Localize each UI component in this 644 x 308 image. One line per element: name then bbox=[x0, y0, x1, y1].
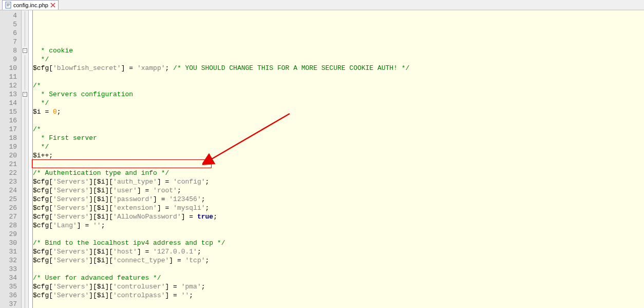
code-line[interactable]: $cfg['Lang'] = ''; bbox=[33, 221, 644, 230]
line-number: 20 bbox=[0, 151, 17, 160]
fold-cell bbox=[22, 116, 28, 125]
code-line[interactable]: $cfg['Servers'][$i]['controlpass'] = ''; bbox=[33, 291, 644, 300]
fold-cell[interactable]: − bbox=[22, 90, 28, 99]
fold-cell bbox=[22, 273, 28, 282]
fold-cell bbox=[22, 177, 28, 186]
fold-column: −− bbox=[22, 10, 29, 308]
line-number: 12 bbox=[0, 81, 17, 90]
fold-cell bbox=[22, 81, 28, 90]
line-number: 4 bbox=[0, 11, 17, 20]
code-line[interactable] bbox=[33, 230, 644, 239]
tab-bar: config.inc.php bbox=[0, 0, 644, 10]
code-line[interactable]: $i = 0; bbox=[33, 107, 644, 116]
code-line[interactable]: /* User for advanced features */ bbox=[33, 274, 644, 282]
line-number: 26 bbox=[0, 204, 17, 212]
close-icon[interactable] bbox=[50, 2, 56, 8]
line-number: 19 bbox=[0, 142, 17, 151]
fold-cell bbox=[22, 29, 28, 38]
code-line[interactable]: $cfg['Servers'][$i]['auth_type'] = 'conf… bbox=[33, 177, 644, 186]
line-number: 18 bbox=[0, 134, 17, 142]
code-line[interactable]: $cfg['Servers'][$i]['user'] = 'root'; bbox=[33, 186, 644, 195]
svg-rect-3 bbox=[7, 6, 9, 6]
code-line[interactable]: $cfg['Servers'][$i]['host'] = '127.0.0.1… bbox=[33, 247, 644, 256]
line-number: 15 bbox=[0, 107, 17, 116]
fold-cell bbox=[22, 256, 28, 264]
code-line[interactable]: /* bbox=[33, 81, 644, 90]
fold-cell bbox=[22, 291, 28, 299]
line-number: 28 bbox=[0, 221, 17, 230]
highlight-box bbox=[32, 159, 212, 168]
line-number: 17 bbox=[0, 125, 17, 134]
line-number: 22 bbox=[0, 169, 17, 177]
svg-rect-2 bbox=[7, 5, 10, 5]
code-line[interactable] bbox=[33, 265, 644, 274]
line-number: 14 bbox=[0, 99, 17, 107]
line-number: 23 bbox=[0, 177, 17, 186]
fold-cell bbox=[22, 20, 28, 29]
fold-cell bbox=[22, 159, 28, 168]
fold-cell bbox=[22, 221, 28, 229]
fold-cell bbox=[22, 264, 28, 273]
code-line[interactable]: /* bbox=[33, 125, 644, 134]
code-line[interactable]: */ bbox=[33, 142, 644, 151]
fold-cell bbox=[22, 247, 28, 256]
line-number: 6 bbox=[0, 29, 17, 38]
fold-cell[interactable]: − bbox=[22, 46, 28, 55]
line-number: 25 bbox=[0, 195, 17, 204]
fold-cell bbox=[22, 55, 28, 64]
fold-cell bbox=[22, 38, 28, 46]
code-line[interactable]: /* Bind to the localhost ipv4 address an… bbox=[33, 239, 644, 247]
fold-cell bbox=[22, 64, 28, 73]
code-line[interactable]: $cfg['Servers'][$i]['controluser'] = 'pm… bbox=[33, 282, 644, 291]
code-line[interactable]: /* Authentication type and info */ bbox=[33, 169, 644, 177]
fold-cell bbox=[22, 238, 28, 247]
code-line[interactable]: $cfg['blowfish_secret'] = 'xampp'; /* YO… bbox=[33, 64, 644, 73]
code-line[interactable]: * cookie bbox=[33, 46, 644, 55]
line-number-gutter: 4567891011121314151617181920212223242526… bbox=[0, 10, 22, 308]
fold-cell bbox=[22, 186, 28, 194]
fold-cell bbox=[22, 125, 28, 134]
fold-toggle-icon[interactable]: − bbox=[23, 48, 27, 53]
fold-cell bbox=[22, 107, 28, 116]
line-number: 10 bbox=[0, 64, 17, 73]
code-line[interactable]: */ bbox=[33, 55, 644, 64]
tab-label: config.inc.php bbox=[13, 2, 48, 8]
line-number: 33 bbox=[0, 265, 17, 274]
line-number: 32 bbox=[0, 256, 17, 265]
fold-cell bbox=[22, 142, 28, 151]
file-icon bbox=[5, 2, 12, 9]
line-number: 30 bbox=[0, 239, 17, 247]
fold-cell bbox=[22, 229, 28, 238]
line-number: 9 bbox=[0, 55, 17, 64]
svg-rect-1 bbox=[7, 4, 10, 4]
fold-toggle-icon[interactable]: − bbox=[23, 92, 27, 97]
line-number: 36 bbox=[0, 291, 17, 300]
code-line[interactable]: */ bbox=[33, 99, 644, 107]
code-line[interactable]: $i++; bbox=[33, 151, 644, 160]
code-line[interactable] bbox=[33, 300, 644, 308]
code-line[interactable]: * Servers configuration bbox=[33, 90, 644, 99]
code-line[interactable]: $cfg['Servers'][$i]['connect_type'] = 't… bbox=[33, 256, 644, 265]
fold-cell bbox=[22, 151, 28, 160]
line-number: 8 bbox=[0, 46, 17, 55]
line-number: 13 bbox=[0, 90, 17, 99]
line-number: 24 bbox=[0, 186, 17, 195]
code-line[interactable]: $cfg['Servers'][$i]['AllowNoPassword'] =… bbox=[33, 212, 644, 221]
line-number: 11 bbox=[0, 73, 17, 81]
fold-cell bbox=[22, 134, 28, 142]
line-number: 7 bbox=[0, 38, 17, 46]
code-line[interactable] bbox=[33, 73, 644, 81]
code-line[interactable] bbox=[33, 116, 644, 125]
fold-cell bbox=[22, 194, 28, 203]
line-number: 35 bbox=[0, 282, 17, 291]
code-line[interactable]: $cfg['Servers'][$i]['extension'] = 'mysq… bbox=[33, 204, 644, 212]
code-line[interactable]: * First server bbox=[33, 134, 644, 142]
code-area[interactable]: * cookie */$cfg['blowfish_secret'] = 'xa… bbox=[33, 10, 644, 308]
fold-cell bbox=[22, 203, 28, 212]
editor-area[interactable]: 4567891011121314151617181920212223242526… bbox=[0, 10, 644, 308]
fold-cell bbox=[22, 299, 28, 308]
fold-cell bbox=[22, 212, 28, 221]
code-line[interactable]: $cfg['Servers'][$i]['password'] = '12345… bbox=[33, 195, 644, 204]
tab-config-inc-php[interactable]: config.inc.php bbox=[2, 0, 59, 10]
line-number: 34 bbox=[0, 274, 17, 282]
